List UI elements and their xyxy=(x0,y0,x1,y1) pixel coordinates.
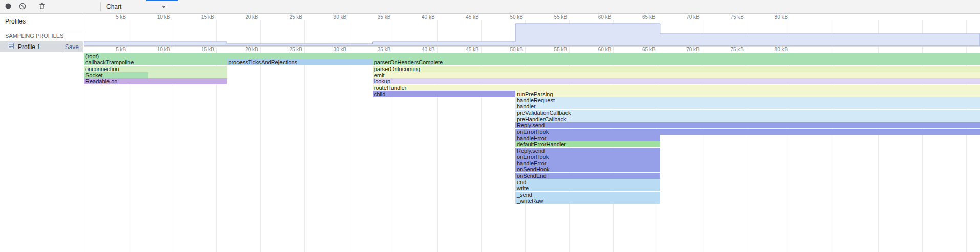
sampling-profiles-section-label: SAMPLING PROFILES xyxy=(0,29,83,41)
ruler-label: 75 kB xyxy=(717,14,744,20)
trash-icon xyxy=(38,2,46,12)
overview-chart[interactable] xyxy=(84,20,980,46)
flame-bar-preHandlerCallback[interactable]: preHandlerCallback xyxy=(515,116,980,122)
ruler-label: 30 kB xyxy=(320,14,346,20)
ruler-label: 25 kB xyxy=(276,14,302,20)
profiles-sidebar: Profiles SAMPLING PROFILES Profile 1 Sav… xyxy=(0,14,83,252)
ruler-label: 55 kB xyxy=(540,14,567,20)
ruler-label: 35 kB xyxy=(364,47,390,52)
flame-bar-Readable.on[interactable]: Readable.on xyxy=(84,78,227,84)
ruler-label: 20 kB xyxy=(232,14,258,20)
flame-chart[interactable]: (root)callbackTrampolineprocessTicksAndR… xyxy=(84,53,980,252)
ruler-label: 45 kB xyxy=(452,47,479,52)
ruler-label: 55 kB xyxy=(540,47,567,52)
flame-bar-routeHandler[interactable]: routeHandler xyxy=(373,85,980,91)
view-mode-select[interactable]: Chart xyxy=(104,2,168,12)
flame-bar-runPreParsing[interactable]: runPreParsing xyxy=(515,91,980,97)
flame-bar-handleError[interactable]: handleError xyxy=(515,160,660,166)
flame-bar-handleRequest[interactable]: handleRequest xyxy=(515,97,980,103)
clear-icon xyxy=(18,2,27,12)
ruler-label: 60 kB xyxy=(584,14,611,20)
ruler-label: 50 kB xyxy=(496,47,523,52)
ruler-label: 5 kB xyxy=(99,47,126,52)
ruler-label: 80 kB xyxy=(761,47,788,52)
active-tab-indicator xyxy=(146,0,178,1)
ruler-label: 20 kB xyxy=(232,47,258,52)
view-mode-selected-value: Chart xyxy=(106,3,121,10)
ruler-label: 40 kB xyxy=(408,47,435,52)
sidebar-heading: Profiles xyxy=(0,14,83,29)
ruler-label: 65 kB xyxy=(629,47,656,52)
ruler-label: 50 kB xyxy=(496,14,523,20)
ruler-label: 35 kB xyxy=(364,14,390,20)
ruler-label: 65 kB xyxy=(629,14,656,20)
flame-bar-onSendHook[interactable]: onSendHook xyxy=(515,166,660,172)
flame-bar-_writeRaw[interactable]: _writeRaw xyxy=(515,198,660,204)
flame-bar-onSendEnd[interactable]: onSendEnd xyxy=(515,173,660,179)
record-button[interactable] xyxy=(3,2,13,12)
flame-bar-callbackTrampoline[interactable]: callbackTrampoline xyxy=(84,59,227,65)
profile-name: Profile 1 xyxy=(18,43,61,51)
profile-icon xyxy=(7,42,14,52)
flame-bar-parserOnIncoming[interactable]: parserOnIncoming xyxy=(373,66,980,72)
flame-bar-handleError[interactable]: handleError xyxy=(515,135,660,141)
overview-ruler: 5 kB10 kB15 kB20 kB25 kB30 kB35 kB40 kB4… xyxy=(84,14,980,21)
toolbar-separator xyxy=(100,2,101,11)
flame-bar-child[interactable]: child xyxy=(373,91,515,97)
ruler-label: 30 kB xyxy=(320,47,346,52)
ruler-label: 15 kB xyxy=(188,14,214,20)
profile-item[interactable]: Profile 1 Save xyxy=(0,41,83,52)
overview-area-path xyxy=(84,24,980,46)
save-link[interactable]: Save xyxy=(65,43,79,51)
chevron-down-icon xyxy=(162,6,166,8)
record-icon xyxy=(4,2,12,12)
delete-profile-button[interactable] xyxy=(37,2,47,12)
flame-bar-handler[interactable]: handler xyxy=(515,103,980,109)
flame-bar-end[interactable]: end xyxy=(515,179,660,185)
flame-bar-Reply.send[interactable]: Reply.send xyxy=(515,148,660,154)
ruler-label: 80 kB xyxy=(761,14,788,20)
flame-bar-preValidationCallback[interactable]: preValidationCallback xyxy=(515,110,980,116)
flame-bar-parserOnHeadersComplete[interactable]: parserOnHeadersComplete xyxy=(373,59,980,65)
flame-bar-Reply.send[interactable]: Reply.send xyxy=(515,122,980,128)
flame-bar-Socket[interactable]: Socket xyxy=(84,72,148,78)
flame-bar-processTicksAndRejections[interactable]: processTicksAndRejections xyxy=(227,59,373,65)
ruler-label: 40 kB xyxy=(408,14,435,20)
flame-bar[interactable] xyxy=(148,72,227,78)
flame-bar-_send[interactable]: _send xyxy=(515,192,660,198)
flame-bar-onconnection[interactable]: onconnection xyxy=(84,66,227,72)
flame-bar-onErrorHook[interactable]: onErrorHook xyxy=(515,129,980,135)
flame-bar-emit[interactable]: emit xyxy=(373,72,980,78)
ruler-label: 25 kB xyxy=(276,47,302,52)
flame-bar-lookup[interactable]: lookup xyxy=(373,78,980,84)
ruler-label: 10 kB xyxy=(143,14,170,20)
flame-bar-onErrorHook[interactable]: onErrorHook xyxy=(515,154,660,160)
ruler-label: 60 kB xyxy=(584,47,611,52)
flame-ruler: 5 kB10 kB15 kB20 kB25 kB30 kB35 kB40 kB4… xyxy=(84,46,980,53)
ruler-label: 75 kB xyxy=(717,47,744,52)
ruler-label: 45 kB xyxy=(452,14,479,20)
profiler-toolbar: Chart xyxy=(0,0,980,14)
flame-bar-write_[interactable]: write_ xyxy=(515,185,660,191)
ruler-label: 70 kB xyxy=(673,47,700,52)
ruler-label: 15 kB xyxy=(188,47,214,52)
clear-button[interactable] xyxy=(17,2,28,12)
ruler-label: 10 kB xyxy=(143,47,170,52)
ruler-label: 5 kB xyxy=(99,14,126,20)
flame-bar-(root)[interactable]: (root) xyxy=(84,53,980,59)
flame-bar-defaultErrorHandler[interactable]: defaultErrorHandler xyxy=(515,141,660,147)
profiler-main-panel: 5 kB10 kB15 kB20 kB25 kB30 kB35 kB40 kB4… xyxy=(84,14,980,252)
ruler-label: 70 kB xyxy=(673,14,700,20)
